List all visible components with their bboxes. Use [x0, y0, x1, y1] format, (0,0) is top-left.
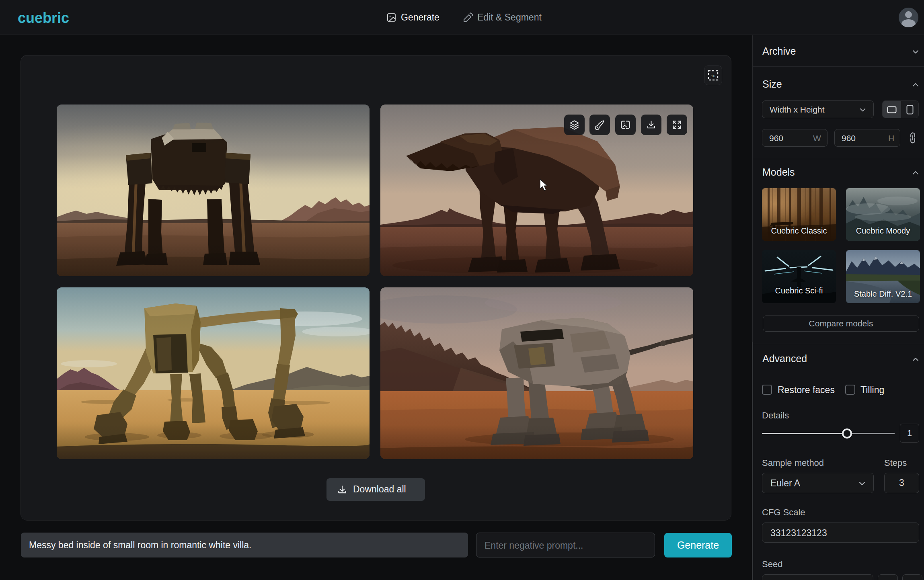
svg-text:16: 16 [711, 74, 715, 78]
